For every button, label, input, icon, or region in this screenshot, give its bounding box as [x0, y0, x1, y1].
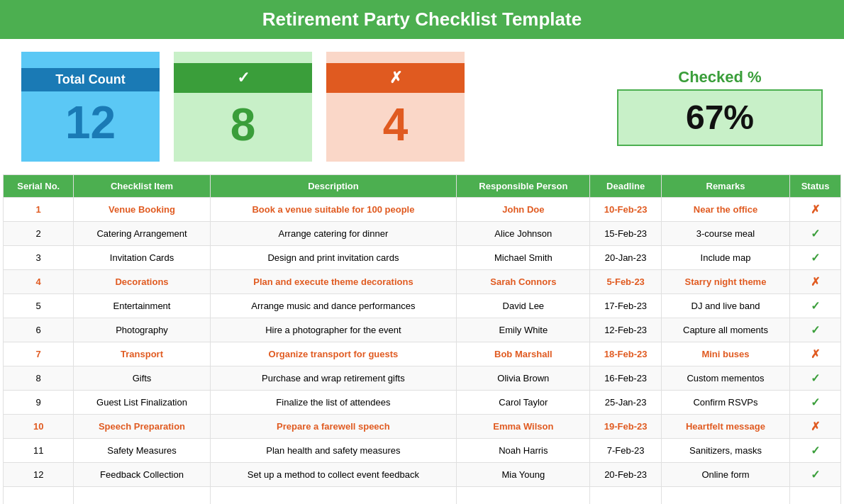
stats-row: Total Count 12 ✓ 8 ✗ 4 Checked % 67% — [0, 39, 844, 174]
cell-description: Book a venue suitable for 100 people — [210, 198, 457, 222]
cell-remarks: Mini buses — [661, 342, 789, 366]
cell-description: Purchase and wrap retirement gifts — [210, 366, 457, 391]
cell-description: Set up a method to collect event feedbac… — [210, 463, 457, 487]
page-header: Retirement Party Checklist Template — [0, 0, 844, 39]
table-row: 9 Guest List Finalization Finalize the l… — [4, 391, 841, 415]
cell-serial: 9 — [4, 391, 74, 415]
cell-item: Decorations — [74, 270, 210, 294]
check-value: 8 — [231, 99, 256, 151]
cell-description: Finalize the list of attendees — [210, 391, 457, 415]
table-row: 5 Entertainment Arrange music and dance … — [4, 294, 841, 318]
cell-remarks: Confirm RSVPs — [661, 391, 789, 415]
col-description: Description — [210, 175, 457, 198]
cell-item: Entertainment — [74, 294, 210, 318]
status-check-icon: ✓ — [811, 252, 820, 264]
cell-remarks: Online form — [661, 463, 789, 487]
cell-status: ✓ — [790, 222, 841, 246]
cell-person: Emily White — [457, 318, 590, 342]
cell-status: ✗ — [790, 198, 841, 222]
status-x-icon: ✗ — [811, 276, 820, 288]
cell-description: Plan and execute theme decorations — [210, 270, 457, 294]
cell-remarks: Include map — [661, 246, 789, 270]
cell-item: Safety Measures — [74, 439, 210, 463]
status-check-icon: ✓ — [811, 228, 820, 240]
cell-remarks: 3-course meal — [661, 222, 789, 246]
status-x-icon: ✗ — [811, 420, 820, 432]
cell-deadline: 18-Feb-23 — [590, 342, 661, 366]
cell-person: John Doe — [457, 198, 590, 222]
cell-item: Invitation Cards — [74, 246, 210, 270]
cell-person: Carol Taylor — [457, 391, 590, 415]
cell-description: Organize transport for guests — [210, 342, 457, 366]
status-check-icon: ✓ — [811, 444, 820, 457]
cell-serial: 12 — [4, 463, 74, 487]
status-x-icon: ✗ — [811, 203, 820, 215]
cell-status: ✓ — [790, 318, 841, 342]
col-deadline: Deadline — [590, 175, 661, 198]
cell-serial: 2 — [4, 222, 74, 246]
cell-item: Catering Arrangement — [74, 222, 210, 246]
pct-value: 67% — [686, 98, 754, 137]
table-row: 6 Photography Hire a photographer for th… — [4, 318, 841, 342]
cell-remarks: DJ and live band — [661, 294, 789, 318]
col-person: Responsible Person — [457, 175, 590, 198]
checklist-table: Serial No. Checklist Item Description Re… — [3, 174, 841, 504]
table-header-row: Serial No. Checklist Item Description Re… — [4, 175, 841, 198]
pct-value-box: 67% — [617, 89, 823, 146]
cell-status: ✓ — [790, 246, 841, 270]
pct-box: Checked % 67% — [617, 68, 823, 146]
cell-remarks: Near the office — [661, 198, 789, 222]
cell-person: Mia Young — [457, 463, 590, 487]
cell-item: Guest List Finalization — [74, 391, 210, 415]
cell-serial: 4 — [4, 270, 74, 294]
table-row: 7 Transport Organize transport for guest… — [4, 342, 841, 366]
cell-item: Feedback Collection — [74, 463, 210, 487]
cell-serial: 3 — [4, 246, 74, 270]
cell-description: Plan health and safety measures — [210, 439, 457, 463]
cell-deadline: 5-Feb-23 — [590, 270, 661, 294]
cell-status: ✓ — [790, 391, 841, 415]
total-count-value: 12 — [65, 100, 116, 145]
cell-person: Bob Marshall — [457, 342, 590, 366]
unchecked-box: ✗ 4 — [326, 52, 465, 162]
cell-deadline: 16-Feb-23 — [590, 366, 661, 391]
cell-item: Transport — [74, 342, 210, 366]
cell-status: ✓ — [790, 463, 841, 487]
cell-serial: 11 — [4, 439, 74, 463]
cell-status: ✓ — [790, 439, 841, 463]
status-x-icon: ✗ — [811, 348, 820, 360]
cell-status: ✗ — [790, 342, 841, 366]
status-check-icon: ✓ — [811, 469, 820, 481]
cell-item: Venue Booking — [74, 198, 210, 222]
col-serial: Serial No. — [4, 175, 74, 198]
col-item: Checklist Item — [74, 175, 210, 198]
cell-serial: 5 — [4, 294, 74, 318]
check-symbol: ✓ — [174, 63, 312, 93]
empty-row — [4, 487, 841, 505]
cell-serial: 7 — [4, 342, 74, 366]
cell-person: Olivia Brown — [457, 366, 590, 391]
checklist-table-container: Serial No. Checklist Item Description Re… — [0, 174, 844, 504]
total-count-label: Total Count — [21, 68, 160, 91]
cell-description: Hire a photographer for the event — [210, 318, 457, 342]
table-row: 3 Invitation Cards Design and print invi… — [4, 246, 841, 270]
cell-deadline: 10-Feb-23 — [590, 198, 661, 222]
cell-person: David Lee — [457, 294, 590, 318]
cell-remarks: Sanitizers, masks — [661, 439, 789, 463]
cell-serial: 6 — [4, 318, 74, 342]
cell-serial: 1 — [4, 198, 74, 222]
cell-status: ✗ — [790, 270, 841, 294]
x-value: 4 — [383, 99, 409, 151]
cell-deadline: 15-Feb-23 — [590, 222, 661, 246]
cell-person: Alice Johnson — [457, 222, 590, 246]
col-status: Status — [790, 175, 841, 198]
cell-description: Design and print invitation cards — [210, 246, 457, 270]
table-row: 12 Feedback Collection Set up a method t… — [4, 463, 841, 487]
cell-person: Michael Smith — [457, 246, 590, 270]
table-row: 10 Speech Preparation Prepare a farewell… — [4, 415, 841, 439]
status-check-icon: ✓ — [811, 324, 820, 336]
cell-deadline: 20-Feb-23 — [590, 463, 661, 487]
cell-deadline: 19-Feb-23 — [590, 415, 661, 439]
cell-remarks: Heartfelt message — [661, 415, 789, 439]
cell-serial: 8 — [4, 366, 74, 391]
